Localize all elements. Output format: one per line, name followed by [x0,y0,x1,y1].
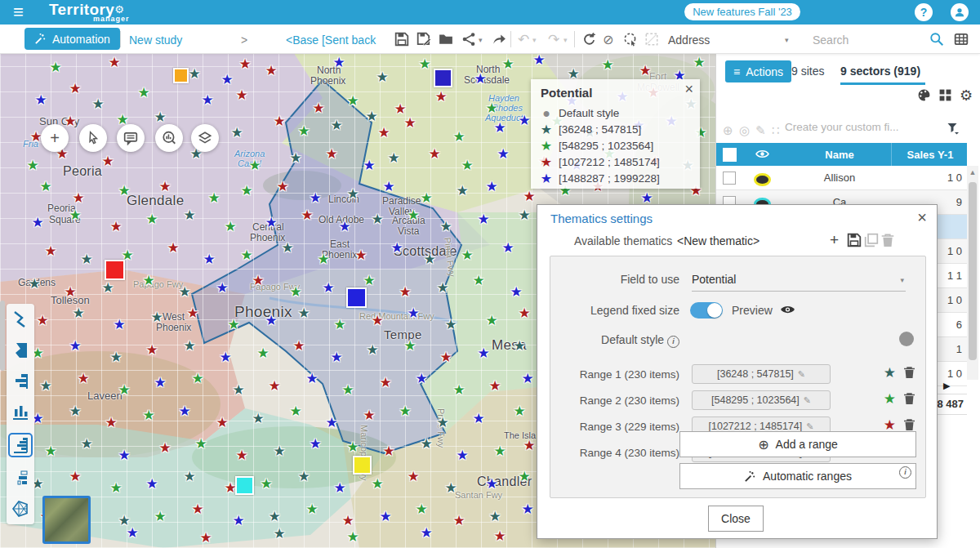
tab-sectors[interactable]: 9 sectors (919) [840,65,920,78]
star-marker[interactable]: ★ [341,383,354,397]
center-selection-icon[interactable]: ◎ [739,123,750,138]
star-marker[interactable]: ★ [252,274,264,287]
star-marker[interactable]: ★ [108,56,120,69]
star-marker[interactable]: ★ [69,208,81,222]
star-marker[interactable]: ★ [472,412,484,425]
star-marker[interactable]: ★ [488,379,501,393]
help-button[interactable]: ? [915,3,933,21]
star-marker[interactable]: ★ [26,158,38,172]
star-marker[interactable]: ★ [485,314,497,327]
star-marker[interactable]: ★ [248,158,261,172]
star-marker[interactable]: ★ [191,502,203,516]
star-marker[interactable]: ★ [439,350,452,364]
star-marker[interactable]: ★ [399,404,411,418]
star-marker[interactable]: ★ [420,191,432,205]
stacked-bars-icon[interactable] [10,467,31,488]
star-marker[interactable]: ★ [145,477,158,491]
layers-button[interactable] [191,124,219,152]
star-marker[interactable]: ★ [101,281,114,295]
star-marker[interactable]: ★ [154,110,166,124]
star-marker[interactable]: ★ [268,510,280,523]
star-marker[interactable]: ★ [309,437,321,451]
actions-button[interactable]: ≡ Actions [725,60,791,82]
star-marker[interactable]: ★ [461,248,473,262]
address-caret-icon[interactable]: ▾ [785,36,789,44]
column-header-name[interactable]: Name [795,149,884,161]
star-marker[interactable]: ★ [325,147,337,161]
star-marker[interactable]: ★ [118,383,130,397]
square-marker[interactable] [434,69,452,87]
star-marker[interactable]: ★ [297,124,310,138]
custom-filter-input[interactable]: Create your custom fi... [785,121,937,133]
star-marker[interactable]: ★ [39,180,51,194]
star-marker[interactable]: ★ [183,339,195,353]
area-chart-icon[interactable] [10,340,31,361]
star-marker[interactable]: ★ [376,70,388,84]
share-caret-icon[interactable]: ▾ [479,36,483,44]
edit-icon[interactable]: ✎ [804,395,811,406]
star-marker[interactable]: ★ [207,191,220,205]
search-input[interactable]: Search [813,33,849,47]
star-marker[interactable]: ★ [235,448,247,462]
star-marker[interactable]: ★ [513,404,525,418]
square-marker[interactable] [105,260,125,280]
star-marker[interactable]: ★ [485,477,497,491]
column-header-sales[interactable]: Sales Y-1 [898,149,963,161]
star-marker[interactable]: ★ [407,470,419,483]
star-marker[interactable]: ★ [363,158,375,172]
search-button[interactable] [929,32,944,47]
star-marker[interactable]: ★ [273,114,285,128]
star-marker[interactable]: ★ [91,97,104,111]
star-marker[interactable]: ★ [77,372,89,385]
row-checkbox[interactable] [723,172,736,185]
star-marker[interactable]: ★ [31,216,43,229]
star-marker[interactable]: ★ [203,252,215,266]
select-tool-button[interactable] [79,124,107,152]
star-marker[interactable]: ★ [521,502,533,516]
range-value-box[interactable]: [36248 ; 547815]✎ [692,364,831,384]
star-marker[interactable]: ★ [142,408,154,422]
star-marker[interactable]: ★ [109,481,122,495]
star-marker[interactable]: ★ [488,510,501,523]
row-visibility-eye-icon[interactable] [754,173,771,186]
star-marker[interactable]: ★ [178,285,190,299]
field-to-use-dropdown[interactable]: Potential ▾ [692,273,906,292]
new-features-button[interactable]: New features Fall '23 [684,3,800,20]
star-marker[interactable]: ★ [137,86,149,100]
star-marker[interactable]: ★ [186,306,198,320]
star-marker[interactable]: ★ [64,285,76,299]
automatic-ranges-button[interactable]: Automatic ranges i [679,463,916,489]
star-marker[interactable]: ★ [366,343,378,357]
star-marker[interactable]: ★ [297,470,310,483]
left-scrollbar[interactable] [0,301,5,371]
deselect-button[interactable]: ⊘ [603,32,613,47]
star-marker[interactable]: ★ [497,147,509,161]
lasso-select-button[interactable] [623,32,638,47]
square-marker[interactable] [346,287,367,308]
star-marker[interactable]: ★ [382,444,394,458]
star-marker[interactable]: ★ [199,531,212,545]
star-marker[interactable]: ★ [365,109,377,123]
add-range-button[interactable]: ⊕ Add a range [679,431,916,457]
star-marker[interactable]: ★ [305,502,318,516]
star-marker[interactable]: ★ [693,56,705,69]
star-marker[interactable]: ★ [167,241,179,255]
star-marker[interactable]: ★ [265,216,277,229]
submit-button[interactable] [492,32,506,47]
refresh-selection-button[interactable] [581,32,596,47]
star-marker[interactable]: ★ [240,248,252,262]
star-marker[interactable]: ★ [325,416,337,430]
star-marker[interactable]: ★ [227,318,239,332]
square-marker[interactable] [353,456,372,474]
star-marker[interactable]: ★ [142,274,154,287]
star-marker[interactable]: ★ [418,57,430,71]
star-marker[interactable]: ★ [28,277,40,291]
star-marker[interactable]: ★ [235,88,247,102]
select-all-checkbox[interactable] [723,148,737,162]
star-marker[interactable]: ★ [532,53,545,67]
star-marker[interactable]: ★ [523,189,535,203]
star-marker[interactable]: ★ [518,114,530,127]
star-marker[interactable]: ★ [407,208,419,222]
star-marker[interactable]: ★ [276,180,288,194]
automation-button[interactable]: Automation [24,28,120,50]
